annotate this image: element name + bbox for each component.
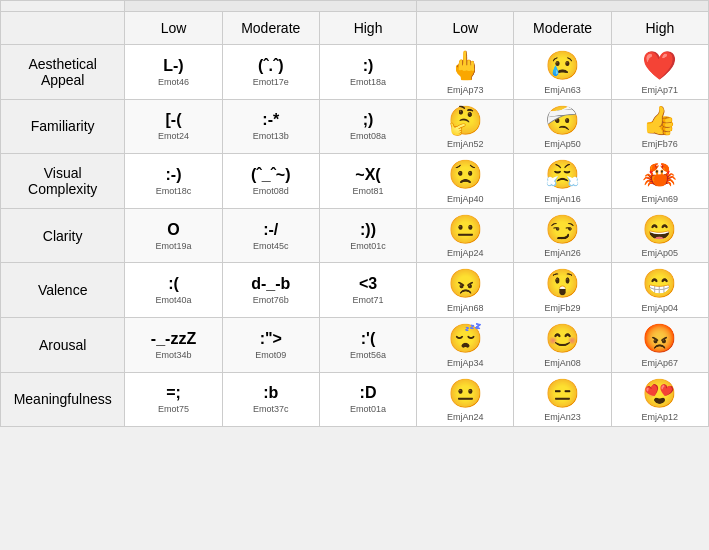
emoji-symbol: 😢 <box>516 49 608 83</box>
emoji-code: EmjAn24 <box>419 412 511 422</box>
emoticon-text: ~X( <box>322 166 414 184</box>
emoticon-cell-0-2: :)Emot18a <box>319 45 416 100</box>
sub-header-high-emoji: High <box>611 12 708 45</box>
emoji-cell-2-2: 🦀EmjAn69 <box>611 154 708 209</box>
emoji-code: EmjAp24 <box>419 248 511 258</box>
emoji-cell-1-1: 🤕EmjAp50 <box>514 99 611 154</box>
emoji-code: EmjAn08 <box>516 358 608 368</box>
emoji-code: EmjAp34 <box>419 358 511 368</box>
emoji-code: EmjAp40 <box>419 194 511 204</box>
emoji-cell-3-1: 😏EmjAn26 <box>514 208 611 263</box>
emoji-symbol: 😐 <box>419 213 511 247</box>
emoji-code: EmjAn26 <box>516 248 608 258</box>
emoji-symbol: 👍 <box>614 104 706 138</box>
emoticon-code: Emot08d <box>225 186 317 196</box>
row-label-0: Aesthetical Appeal <box>1 45 125 100</box>
row-label-6: Meaningfulness <box>1 372 125 427</box>
emoticon-cell-4-2: <3Emot71 <box>319 263 416 318</box>
emoji-cell-4-1: 😲EmjFb29 <box>514 263 611 318</box>
emoticon-code: Emot08a <box>322 131 414 141</box>
emoticon-text: :b <box>225 384 317 402</box>
emoji-cell-3-2: 😄EmjAp05 <box>611 208 708 263</box>
emoticon-cell-4-0: :(Emot40a <box>125 263 222 318</box>
emoticon-code: Emot45c <box>225 241 317 251</box>
emoticon-text: L-) <box>127 57 219 75</box>
sub-header-low-emot: Low <box>125 12 222 45</box>
emoticon-code: Emot18c <box>127 186 219 196</box>
emoji-cell-2-0: 😟EmjAp40 <box>417 154 514 209</box>
emoji-code: EmjAn68 <box>419 303 511 313</box>
emoji-code: EmjAp71 <box>614 85 706 95</box>
emoticon-cell-6-0: =;Emot75 <box>125 372 222 427</box>
emoji-code: EmjAp04 <box>614 303 706 313</box>
emoji-code: EmjAp73 <box>419 85 511 95</box>
emoji-symbol: 😁 <box>614 267 706 301</box>
emoji-cell-6-0: 😐EmjAn24 <box>417 372 514 427</box>
row-label-4: Valence <box>1 263 125 318</box>
emoticon-code: Emot24 <box>127 131 219 141</box>
emoji-cell-5-1: 😊EmjAn08 <box>514 317 611 372</box>
emoji-code: EmjAn63 <box>516 85 608 95</box>
emoticon-code: Emot18a <box>322 77 414 87</box>
emoticon-code: Emot71 <box>322 295 414 305</box>
emoticon-code: Emot76b <box>225 295 317 305</box>
emoticon-cell-4-1: d-_-bEmot76b <box>222 263 319 318</box>
sub-header-low-emoji: Low <box>417 12 514 45</box>
emoticon-code: Emot46 <box>127 77 219 87</box>
emoticon-code: Emot56a <box>322 350 414 360</box>
emoticon-cell-5-2: :'(Emot56a <box>319 317 416 372</box>
emoticon-text: :-/ <box>225 221 317 239</box>
emoji-cell-5-0: 😴EmjAp34 <box>417 317 514 372</box>
emoticon-code: Emot09 <box>225 350 317 360</box>
emoticon-cell-2-2: ~X(Emot81 <box>319 154 416 209</box>
emoji-symbol: 😄 <box>614 213 706 247</box>
emoticon-text: :( <box>127 275 219 293</box>
emoticon-code: Emot37c <box>225 404 317 414</box>
emoticon-code: Emot13b <box>225 131 317 141</box>
row-label-3: Clarity <box>1 208 125 263</box>
emoticon-text: :) <box>322 57 414 75</box>
emoticon-cell-1-2: ;)Emot08a <box>319 99 416 154</box>
sub-header-mod-emoji: Moderate <box>514 12 611 45</box>
emoji-symbol: 😴 <box>419 322 511 356</box>
emoji-cell-1-2: 👍EmjFb76 <box>611 99 708 154</box>
emoji-symbol: 😟 <box>419 158 511 192</box>
emoticon-text: :-) <box>127 166 219 184</box>
emoji-cell-0-1: 😢EmjAn63 <box>514 45 611 100</box>
row-label-2: Visual Complexity <box>1 154 125 209</box>
emoji-code: EmjAp12 <box>614 412 706 422</box>
emoji-cell-0-2: ❤️EmjAp71 <box>611 45 708 100</box>
emoji-cell-1-0: 🤔EmjAn52 <box>417 99 514 154</box>
emoticon-code: Emot81 <box>322 186 414 196</box>
emoji-symbol: 😍 <box>614 377 706 411</box>
emoji-symbol: 🤕 <box>516 104 608 138</box>
emoji-code: EmjFb29 <box>516 303 608 313</box>
emoji-symbol: 😏 <box>516 213 608 247</box>
emoji-symbol: 🦀 <box>614 158 706 192</box>
emoticon-text: :'( <box>322 330 414 348</box>
emoji-code: EmjAn52 <box>419 139 511 149</box>
emoji-code: EmjAp50 <box>516 139 608 149</box>
emoji-code: EmjAn16 <box>516 194 608 204</box>
sub-header-mod-emot: Moderate <box>222 12 319 45</box>
emoji-cell-6-2: 😍EmjAp12 <box>611 372 708 427</box>
emoticon-text: <3 <box>322 275 414 293</box>
emoji-cell-3-0: 😐EmjAp24 <box>417 208 514 263</box>
emoji-symbol: 😡 <box>614 322 706 356</box>
sub-header-high-emot: High <box>319 12 416 45</box>
emoji-cell-4-0: 😠EmjAn68 <box>417 263 514 318</box>
emoticon-cell-3-0: OEmot19a <box>125 208 222 263</box>
emoji-cell-2-1: 😤EmjAn16 <box>514 154 611 209</box>
row-label-1: Familiarity <box>1 99 125 154</box>
emoticon-cell-1-0: [-(Emot24 <box>125 99 222 154</box>
emoticon-code: Emot34b <box>127 350 219 360</box>
emoji-symbol: 😠 <box>419 267 511 301</box>
emoji-symbol: 🖕 <box>419 49 511 83</box>
emoticon-cell-6-1: :bEmot37c <box>222 372 319 427</box>
row-label-5: Arousal <box>1 317 125 372</box>
emoticon-cell-6-2: :DEmot01a <box>319 372 416 427</box>
emoji-cell-4-2: 😁EmjAp04 <box>611 263 708 318</box>
emoticon-text: :-* <box>225 111 317 129</box>
emoji-symbol: 😲 <box>516 267 608 301</box>
emoji-code: EmjFb76 <box>614 139 706 149</box>
